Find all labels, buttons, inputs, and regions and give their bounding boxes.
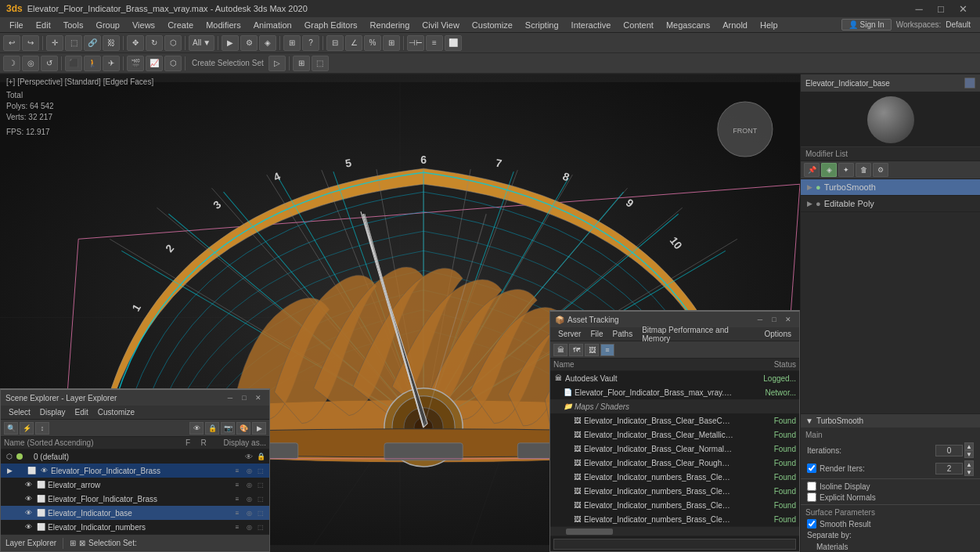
at-row-normal[interactable]: 🖼 Elevator_Indicator_Brass_Clear_Normal.… [550,442,799,456]
row4-action1[interactable]: ≡ [232,507,243,518]
mod-show-all[interactable]: ◈ [821,163,837,177]
menu-views[interactable]: Views [126,19,161,31]
menu-group[interactable]: Group [89,19,126,31]
se-menu-customize[interactable]: Customize [93,407,139,417]
menu-edit[interactable]: Edit [30,19,57,31]
mod-delete[interactable]: 🗑 [856,163,871,177]
row1-action2[interactable]: ◎ [243,465,254,476]
menu-modifiers[interactable]: Modifiers [200,19,247,31]
row-default-lock[interactable]: 🔒 [255,451,266,462]
viewport-layout[interactable]: ⊞ [293,56,310,71]
at-row-numbers-metallic[interactable]: 🖼 Elevator_Indicator_numbers_Brass_Clear… [550,484,799,498]
se-menu-edit[interactable]: Edit [70,407,93,417]
at-scroll-thumb[interactable] [566,529,613,535]
layer-mgr[interactable]: ⬜ [445,35,462,51]
se-titlebar[interactable]: Scene Explorer - Layer Explorer ─ □ ✕ [1,390,269,406]
at-menu-file[interactable]: File [585,329,607,339]
render-iters-checkbox[interactable] [807,464,816,473]
se-sort-btn[interactable]: ↕ [35,422,49,435]
modifier-editablepoly[interactable]: ▶ ● Editable Poly [801,196,980,212]
se-lock-btn[interactable]: 🔒 [205,422,219,435]
at-row-numbers-basecolor[interactable]: 🖼 Elevator_Indicator_numbers_Brass_Clear… [550,470,799,484]
menu-civil-view[interactable]: Civil View [416,19,465,31]
at-row-numbers-roughness[interactable]: 🖼 Elevator_Indicator_numbers_Brass_Clear… [550,512,799,526]
se-row-elevator-indicator-base[interactable]: 👁 ⬜ Elevator_Indicator_base ≡ ◎ ⬚ [1,506,269,520]
mirror-button[interactable]: ⊣⊢ [407,35,424,51]
at-row-vault[interactable]: 🏛 Autodesk Vault Logged... [550,371,799,385]
undo-button[interactable]: ↩ [3,35,20,51]
maximize-button[interactable]: □ [930,0,952,17]
at-menu-server[interactable]: Server [553,329,585,339]
mod-pin-button[interactable]: 📌 [804,163,820,177]
at-maximize-button[interactable]: □ [768,313,780,326]
menu-megascans[interactable]: Megascans [660,19,716,31]
at-row-roughness[interactable]: 🖼 Elevator_Indicator_Brass_Clear_Roughne… [550,456,799,470]
modifier-turbosmoothitem[interactable]: ▶ ● TurboSmooth [801,179,980,196]
menu-arnold[interactable]: Arnold [716,19,754,31]
snap-toggle[interactable]: ⊟ [326,35,344,51]
pan-button[interactable]: ☽ [3,56,20,71]
close-button[interactable]: ✕ [952,0,974,17]
at-tb-map[interactable]: 🗺 [569,344,583,356]
menu-help[interactable]: Help [754,19,784,31]
row1-action3[interactable]: ⬚ [255,465,266,476]
at-close-button[interactable]: ✕ [782,313,794,326]
se-maximize-button[interactable]: □ [238,391,250,404]
se-more-btn[interactable]: ▶ [252,422,266,435]
row2-action3[interactable]: ⬚ [255,479,266,490]
render-iters-input[interactable] [935,463,963,474]
create-sel-btn[interactable]: ▷ [268,56,286,71]
menu-animation[interactable]: Animation [247,19,298,31]
se-row-elevator-arrow[interactable]: 👁 ⬜ Elevator_arrow ≡ ◎ ⬚ [1,478,269,492]
render-setup-button[interactable]: ⚙ [240,35,258,51]
at-row-basecolor[interactable]: 🖼 Elevator_Indicator_Brass_Clear_BaseCol… [550,413,799,428]
create-sel-set-button[interactable]: ⊞ [283,35,301,51]
percent-snap[interactable]: % [364,35,381,51]
iterations-up[interactable]: ▲ [964,442,974,450]
iterations-input[interactable] [935,445,963,456]
minimize-button[interactable]: ─ [908,0,930,17]
at-tb-list[interactable]: ≡ [600,344,614,356]
at-scrollbar[interactable] [550,526,799,536]
row5-action3[interactable]: ⬚ [255,521,266,532]
help-button[interactable]: ? [302,35,319,51]
at-menu-options[interactable]: Options [760,329,796,339]
angle-snap[interactable]: ∠ [345,35,362,51]
walk-thru[interactable]: 🚶 [84,56,101,71]
row4-action2[interactable]: ◎ [243,507,254,518]
at-row-metallic[interactable]: 🖼 Elevator_Indicator_Brass_Clear_Metalli… [550,428,799,442]
at-tb-bitmap[interactable]: 🖼 [585,344,599,356]
se-minimize-button[interactable]: ─ [224,391,236,404]
se-close-button[interactable]: ✕ [252,391,265,404]
se-filter-btn[interactable]: ⚡ [20,422,34,435]
align-button[interactable]: ≡ [426,35,443,51]
row3-action1[interactable]: ≡ [232,493,243,504]
se-row-elevator-floor-brass[interactable]: ▶ ⬜ 👁 Elevator_Floor_Indicator_Brass ≡ ◎… [1,464,269,478]
se-menu-display[interactable]: Display [35,407,70,417]
link-button[interactable]: 🔗 [84,35,101,51]
material-editor-button[interactable]: ◈ [259,35,276,51]
row2-action1[interactable]: ≡ [232,479,243,490]
smooth-result-checkbox[interactable] [807,519,816,529]
row5-action1[interactable]: ≡ [232,521,243,532]
menu-content[interactable]: Content [617,19,660,31]
signin-button[interactable]: 👤 Sign In [841,19,892,31]
se-row-elevator-floor-brass2[interactable]: 👁 ⬜ Elevator_Floor_Indicator_Brass ≡ ◎ ⬚ [1,492,269,506]
at-row-maps-folder[interactable]: 📁 Maps / Shaders [550,399,799,413]
row1-action1[interactable]: ≡ [232,465,243,476]
isoline-checkbox[interactable] [807,482,816,491]
reference-coord-dropdown[interactable]: All ▼ [189,35,214,51]
menu-graph-editors[interactable]: Graph Editors [298,19,364,31]
se-menu-select[interactable]: Select [4,407,35,417]
select-rotate-button[interactable]: ↻ [146,35,163,51]
se-row-default[interactable]: ⬡ 0 (default) 👁 🔒 [1,449,269,464]
at-menu-bitmap-perf[interactable]: Bitmap Performance and Memory [637,325,759,344]
turbosmoothprops-header[interactable]: ▼ TurboSmooth [801,414,980,428]
se-render-btn[interactable]: 📷 [221,422,235,435]
iterations-spinner[interactable]: ▲ ▼ [935,442,974,458]
unlink-button[interactable]: ⛓ [103,35,120,51]
se-search-btn[interactable]: 🔍 [4,422,18,435]
arc-rotate[interactable]: ↺ [41,56,58,71]
render-iters-down[interactable]: ▼ [964,468,974,476]
render-button[interactable]: ▶ [222,35,239,51]
